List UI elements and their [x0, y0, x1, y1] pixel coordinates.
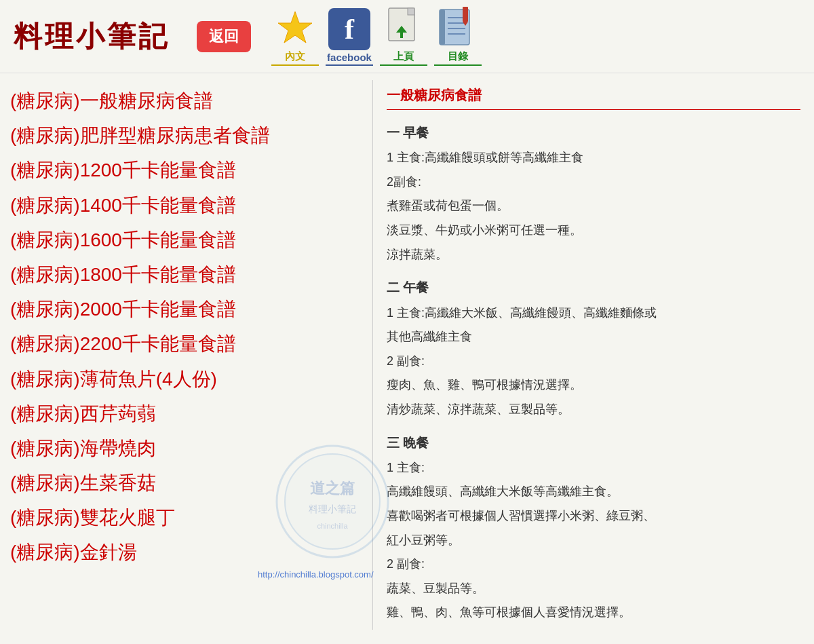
list-item[interactable]: (糖尿病)雙花火腿丁 — [10, 500, 362, 535]
sidebar: (糖尿病)一般糖尿病食譜 (糖尿病)肥胖型糖尿病患者食譜 (糖尿病)1200千卡… — [0, 80, 373, 630]
header: 料理小筆記 返回 內文 f facebook — [0, 0, 814, 73]
nav-toc[interactable]: 目錄 — [434, 7, 482, 66]
app-title: 料理小筆記 — [14, 18, 170, 56]
book-icon — [437, 7, 479, 49]
content-line: 瘦肉、魚、雞、鴨可根據情況選擇。 — [387, 375, 800, 396]
content-line: 清炒蔬菜、涼拌蔬菜、豆製品等。 — [387, 399, 800, 420]
list-item[interactable]: (糖尿病)1800千卡能量食譜 — [10, 257, 362, 292]
svg-rect-11 — [463, 7, 468, 22]
list-item[interactable]: (糖尿病)2200千卡能量食譜 — [10, 326, 362, 361]
content-line: 2 副食: — [387, 554, 800, 575]
svg-marker-0 — [278, 12, 312, 43]
nav-prevpage-label: 上頁 — [380, 50, 427, 66]
list-item[interactable]: (糖尿病)2000千卡能量食譜 — [10, 292, 362, 326]
list-item[interactable]: (糖尿病)西芹蒟蒻 — [10, 396, 362, 431]
content-line: 1 主食:高纖維饅頭或餅等高纖維主食 — [387, 147, 800, 168]
list-item[interactable]: (糖尿病)1200千卡能量食譜 — [10, 153, 362, 187]
list-item[interactable]: (糖尿病)生菜香菇 — [10, 466, 362, 500]
section-header-2: 二 午餐 — [387, 277, 800, 299]
content-line: 煮雞蛋或荷包蛋一個。 — [387, 195, 800, 216]
list-item[interactable]: (糖尿病)1400千卡能量食譜 — [10, 188, 362, 223]
nav-icons: 內文 f facebook 上頁 — [271, 7, 482, 66]
main-content: (糖尿病)一般糖尿病食譜 (糖尿病)肥胖型糖尿病患者食譜 (糖尿病)1200千卡… — [0, 73, 814, 637]
nav-facebook[interactable]: f facebook — [326, 8, 373, 66]
nav-prevpage[interactable]: 上頁 — [380, 7, 427, 66]
facebook-icon: f — [328, 8, 370, 50]
content-line: 1 主食: — [387, 457, 800, 478]
list-item[interactable]: (糖尿病)一般糖尿病食譜 — [10, 83, 362, 118]
content-line: 雞、鴨、肉、魚等可根據個人喜愛情況選擇。 — [387, 602, 800, 623]
nav-newen-label: 內文 — [271, 50, 319, 66]
nav-newen[interactable]: 內文 — [271, 7, 319, 66]
content-line: 2副食: — [387, 172, 800, 193]
content-line: 蔬菜、豆製品等。 — [387, 578, 800, 599]
content-title: 一般糖尿病食譜 — [387, 83, 800, 110]
list-item[interactable]: (糖尿病)薄荷魚片(4人份) — [10, 362, 362, 396]
star-icon — [274, 7, 316, 49]
nav-toc-label: 目錄 — [434, 50, 482, 66]
content-line: 喜歡喝粥者可根據個人習慣選擇小米粥、綠豆粥、 — [387, 506, 800, 527]
content-line: 2 副食: — [387, 351, 800, 372]
nav-facebook-label: facebook — [326, 52, 373, 66]
content-line: 其他高纖維主食 — [387, 326, 800, 347]
content-line: 高纖維饅頭、高纖維大米飯等高纖維主食。 — [387, 481, 800, 502]
page-icon — [383, 7, 425, 49]
svg-rect-6 — [440, 10, 445, 45]
section-header-1: 一 早餐 — [387, 122, 800, 144]
back-button[interactable]: 返回 — [197, 21, 251, 52]
section-header-3: 三 晚餐 — [387, 432, 800, 454]
content-line: 1 主食:高纖維大米飯、高纖維饅頭、高纖維麵條或 — [387, 303, 800, 324]
list-item[interactable]: (糖尿病)肥胖型糖尿病患者食譜 — [10, 118, 362, 153]
content-line: 紅小豆粥等。 — [387, 530, 800, 551]
svg-rect-3 — [408, 8, 414, 15]
content-area: 一般糖尿病食譜 一 早餐 1 主食:高纖維饅頭或餅等高纖維主食 2副食: 煮雞蛋… — [373, 80, 814, 630]
list-item[interactable]: (糖尿病)1600千卡能量食譜 — [10, 223, 362, 257]
content-line: 涼拌蔬菜。 — [387, 244, 800, 265]
content-line: 淡豆漿、牛奶或小米粥可任選一種。 — [387, 220, 800, 241]
list-item[interactable]: (糖尿病)海帶燒肉 — [10, 431, 362, 466]
list-item[interactable]: (糖尿病)金針湯 — [10, 535, 362, 569]
